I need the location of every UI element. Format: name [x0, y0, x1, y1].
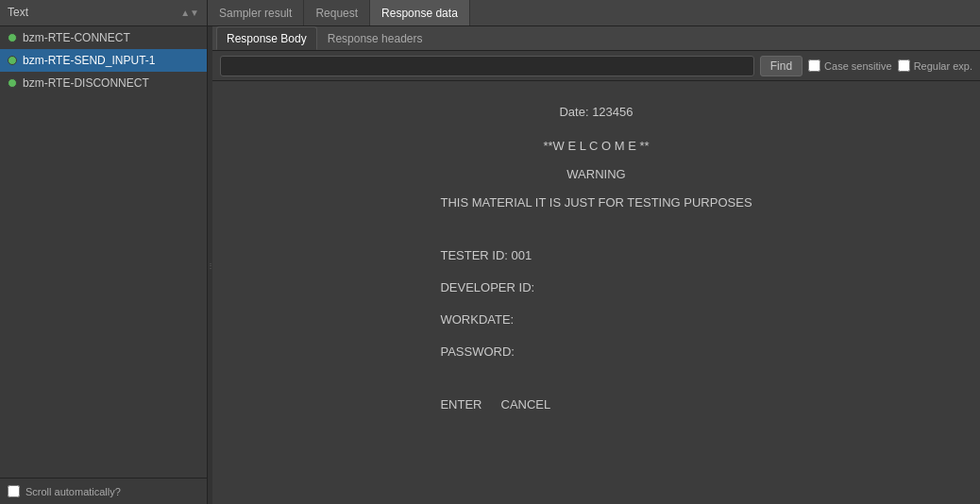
sidebar-item-disconnect[interactable]: bzm-RTE-DISCONNECT: [0, 72, 207, 94]
sidebar-item-connect-label: bzm-RTE-CONNECT: [23, 31, 130, 44]
status-dot-disconnect: [8, 78, 17, 88]
scroll-automatically-label: Scroll automatically?: [25, 486, 121, 497]
password-line: PASSWORD:: [440, 340, 723, 364]
date-line: Date: 123456: [440, 100, 752, 125]
scroll-automatically-checkbox[interactable]: [8, 485, 20, 497]
content-text: Date: 123456 **W E L C O M E ** WARNING …: [440, 100, 752, 417]
tester-id-line: TESTER ID: 001: [440, 244, 723, 268]
main-layout: bzm-RTE-CONNECT bzm-RTE-SEND_INPUT-1 bzm…: [0, 26, 980, 504]
developer-id-line: DEVELOPER ID:: [440, 276, 723, 300]
tab-response-data[interactable]: Response data: [370, 0, 470, 25]
sub-tabs: Response Body Response headers: [212, 26, 980, 51]
find-bar: Find Case sensitive Regular exp.: [212, 51, 980, 81]
workdate-line: WORKDATE:: [440, 308, 723, 332]
sidebar-item-connect[interactable]: bzm-RTE-CONNECT: [0, 26, 207, 49]
warning-line: WARNING: [440, 162, 752, 187]
enter-button[interactable]: ENTER: [440, 393, 482, 417]
tab-response-headers[interactable]: Response headers: [317, 26, 433, 50]
sidebar-items: bzm-RTE-CONNECT bzm-RTE-SEND_INPUT-1 bzm…: [0, 26, 207, 478]
regular-exp-option: Regular exp.: [898, 59, 972, 72]
welcome-line: **W E L C O M E **: [440, 134, 752, 159]
tab-sampler-result[interactable]: Sampler result: [208, 0, 304, 25]
right-panel: Response Body Response headers Find Case…: [212, 26, 980, 504]
sidebar-footer: Scroll automatically?: [0, 478, 207, 504]
case-sensitive-option: Case sensitive: [808, 59, 892, 72]
material-line: THIS MATERIAL IT IS JUST FOR TESTING PUR…: [440, 191, 752, 215]
dropdown-arrows[interactable]: ▲▼: [180, 8, 199, 18]
find-button[interactable]: Find: [760, 56, 803, 76]
case-sensitive-label: Case sensitive: [824, 60, 892, 72]
top-tab-bar: Text ▲▼ Sampler result Request Response …: [0, 0, 980, 26]
find-input[interactable]: [220, 56, 754, 76]
content-area: Date: 123456 **W E L C O M E ** WARNING …: [212, 81, 980, 504]
tab-response-body[interactable]: Response Body: [216, 26, 317, 50]
regular-exp-checkbox[interactable]: [898, 59, 910, 72]
buttons-line: ENTER CANCEL: [440, 393, 723, 417]
status-dot-send-input: [8, 56, 17, 65]
tab-request[interactable]: Request: [304, 0, 370, 25]
dropdown-label: Text: [8, 6, 180, 19]
cancel-button[interactable]: CANCEL: [501, 393, 551, 417]
regular-exp-label: Regular exp.: [914, 60, 972, 72]
sidebar: bzm-RTE-CONNECT bzm-RTE-SEND_INPUT-1 bzm…: [0, 26, 208, 504]
sidebar-item-send-input-label: bzm-RTE-SEND_INPUT-1: [23, 54, 155, 67]
status-dot-connect: [8, 33, 17, 42]
sidebar-item-disconnect-label: bzm-RTE-DISCONNECT: [23, 76, 149, 90]
case-sensitive-checkbox[interactable]: [808, 59, 820, 72]
sidebar-item-send-input[interactable]: bzm-RTE-SEND_INPUT-1: [0, 49, 207, 72]
